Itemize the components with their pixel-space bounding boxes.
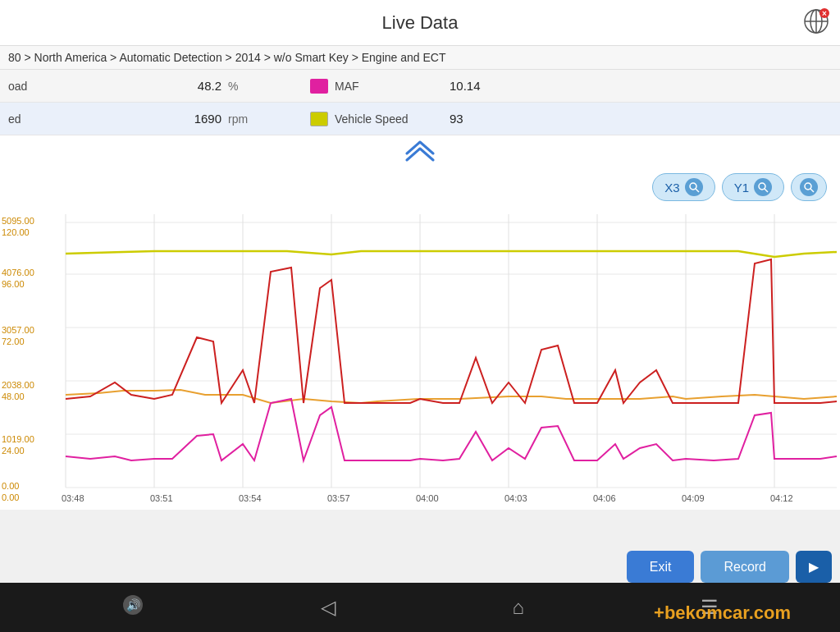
svg-text:0.00: 0.00 [2, 481, 19, 491]
svg-text:03:51: 03:51 [150, 493, 173, 503]
watermark-plus: + [654, 602, 664, 623]
svg-text:1019.00: 1019.00 [2, 434, 34, 444]
svg-text:2038.00: 2038.00 [2, 380, 34, 390]
svg-point-8 [759, 183, 765, 190]
svg-text:04:06: 04:06 [593, 493, 616, 503]
breadcrumb: 80 > North America > Automatic Detection… [0, 46, 840, 70]
svg-text:48.00: 48.00 [2, 392, 25, 401]
exit-button[interactable]: Exit [627, 551, 695, 583]
x3-label: X3 [664, 181, 679, 195]
svg-text:5095.00: 5095.00 [2, 216, 34, 226]
vehicle-speed-color-box [310, 112, 328, 126]
x3-button[interactable]: X3 [652, 173, 714, 201]
svg-text:3057.00: 3057.00 [2, 325, 34, 335]
svg-text:03:54: 03:54 [239, 493, 262, 503]
back-icon[interactable]: ◁ [321, 596, 336, 619]
vehicle-speed-label: Vehicle Speed [335, 112, 450, 126]
third-search-icon [800, 178, 818, 196]
maf-color-box [310, 79, 328, 94]
home-icon[interactable]: ⌂ [512, 596, 524, 619]
svg-text:🔊: 🔊 [126, 598, 140, 612]
watermark-site: bekomcar.com [664, 602, 791, 623]
speed-value: 1690 [156, 112, 221, 126]
y1-search-icon [754, 178, 772, 196]
svg-text:×: × [822, 9, 827, 18]
data-row-speed: ed 1690 rpm Vehicle Speed 93 [0, 103, 840, 135]
x3-search-icon [685, 178, 703, 196]
chart-svg: 5095.00 120.00 4076.00 96.00 3057.00 72.… [0, 206, 840, 510]
chart-wrapper: 5095.00 120.00 4076.00 96.00 3057.00 72.… [0, 206, 840, 510]
load-value: 48.2 [156, 79, 221, 93]
svg-text:03:57: 03:57 [327, 493, 350, 503]
record-button[interactable]: Record [701, 551, 789, 583]
maf-label: MAF [335, 80, 450, 93]
vehicle-speed-section: Vehicle Speed 93 [310, 112, 480, 126]
svg-text:24.00: 24.00 [2, 446, 25, 456]
svg-line-7 [696, 189, 699, 192]
header: Live Data × [0, 0, 840, 46]
svg-line-11 [810, 189, 814, 192]
svg-line-9 [765, 189, 768, 192]
watermark: +bekomcar.com [654, 602, 791, 624]
svg-point-10 [805, 183, 811, 190]
speed-label: ed [8, 112, 156, 126]
svg-text:04:09: 04:09 [682, 493, 705, 503]
svg-text:0.00: 0.00 [2, 492, 19, 502]
svg-text:72.00: 72.00 [2, 337, 25, 346]
extra-button[interactable]: ▶ [796, 551, 832, 583]
data-row-load: oad 48.2 % MAF 10.14 [0, 70, 840, 103]
svg-text:96.00: 96.00 [2, 279, 25, 289]
vehicle-speed-value: 93 [450, 112, 480, 126]
svg-text:04:00: 04:00 [416, 493, 439, 503]
maf-section: MAF 10.14 [310, 79, 497, 94]
nav-bar: 🔊 ◁ ⌂ ☰ +bekomcar.com [0, 583, 840, 632]
svg-point-6 [690, 183, 696, 190]
globe-icon[interactable]: × [802, 7, 830, 39]
svg-text:120.00: 120.00 [2, 227, 30, 237]
volume-icon[interactable]: 🔊 [121, 593, 144, 621]
third-button[interactable] [791, 173, 827, 201]
load-label: oad [8, 80, 156, 93]
speed-unit: rpm [228, 112, 277, 126]
chevron-area[interactable] [0, 135, 840, 168]
action-bar: Exit Record ▶ [627, 551, 832, 583]
y1-label: Y1 [734, 181, 749, 195]
svg-text:04:12: 04:12 [770, 493, 793, 503]
data-rows-container: oad 48.2 % MAF 10.14 ed 1690 rpm Vehicle… [0, 70, 840, 135]
page-title: Live Data [382, 12, 459, 34]
maf-value: 10.14 [450, 79, 497, 93]
svg-text:03:48: 03:48 [62, 493, 84, 503]
chart-controls: X3 Y1 [0, 168, 840, 206]
svg-text:04:03: 04:03 [504, 493, 527, 503]
svg-text:4076.00: 4076.00 [2, 268, 34, 277]
y1-button[interactable]: Y1 [722, 173, 784, 201]
load-unit: % [228, 80, 277, 93]
